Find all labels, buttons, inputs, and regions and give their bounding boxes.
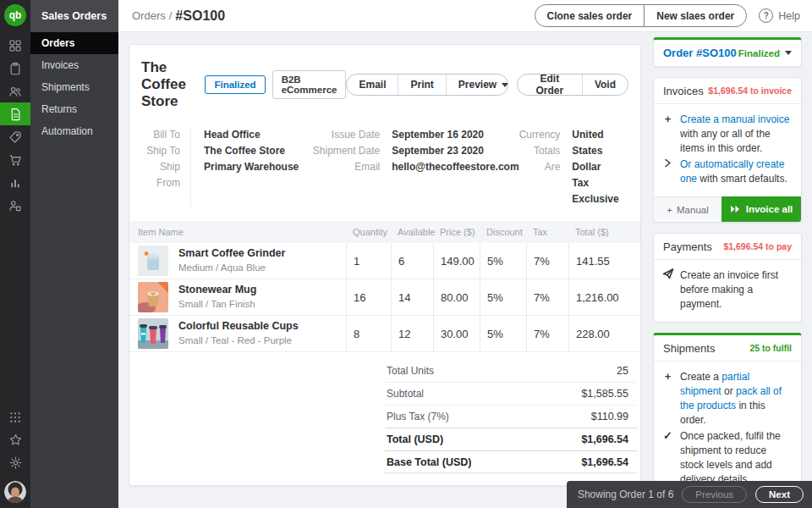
cell-tax: 7% [526,279,568,315]
table-row: Smart Coffee GrinderMedium / Aqua Blue16… [129,243,640,279]
meta-value-shipment-date: September 23 2020 [392,143,518,159]
chevron-right-icon [662,157,673,186]
quickbooks-logo[interactable]: qb [4,4,26,26]
sales-document-icon[interactable] [0,102,30,125]
plus-icon: + [662,370,673,428]
panel-hint-item: Or automatically create one with smart d… [662,157,792,186]
cart-icon[interactable] [0,148,30,171]
cell-discount: 5% [480,316,526,351]
invoice-manual-button[interactable]: +Manual [654,196,721,222]
pagination-bar: Showing Order 1 of 6 Previous Next [567,481,812,508]
price-tag-icon[interactable] [0,125,30,148]
sidebar-item-automation[interactable]: Automation [30,120,118,142]
meta-value-currency: United States Dollar [572,127,628,175]
void-button[interactable]: Void [582,75,628,95]
fast-forward-icon [730,205,740,213]
meta-value-ship-to: The Coffee Store [204,143,299,159]
reports-icon[interactable] [0,171,30,194]
item-text: Smart Coffee GrinderMedium / Aqua Blue [178,247,285,274]
panel-hint-item: ✓Once packed, fulfil the shipment to red… [662,429,792,487]
right-panel: Order #SO100 Finalized Invoices $1,696.5… [651,33,812,508]
meta-label-issue-date: Issue Date [310,127,380,143]
panel-hint-item: +Create a partial shipment or pack all o… [662,370,792,428]
cell-total: 228.00 [568,316,640,351]
b2b-icon[interactable] [0,194,30,217]
cell-tax: 7% [526,243,568,279]
new-sales-order-button[interactable]: New slaes order [644,5,746,26]
panel-hint-text: Once packed, fulfil the shipment to redu… [680,429,792,487]
next-order-button[interactable]: Next [755,486,804,503]
panel-hint-text: Create an invoice first before making a … [680,268,792,312]
column-header-available: Available [391,227,433,237]
sidebar-item-returns[interactable]: Returns [30,98,118,120]
item-name: Stonewear Mug [178,284,256,296]
status-badge: Finalized [205,75,265,94]
meta-values: Head OfficeThe Coffee StorePrimary Wareh… [190,127,299,207]
invoices-title: Invoices [663,85,704,97]
meta-values: September 16 2020September 23 2020hello@… [392,127,518,207]
edit-actions-group: Edit OrderVoid [517,74,628,96]
contacts-icon[interactable] [0,80,30,102]
order-status-card: Order #SO100 Finalized [653,37,802,67]
invoices-card: Invoices $1,696.54 to invoice +Create a … [653,77,802,223]
table-row: Colorful Reusable CupsSmall / Teal - Red… [129,316,640,352]
cell-price: 80.00 [433,279,480,315]
cell-available: 12 [391,316,433,351]
status-dropdown[interactable]: Finalized [738,48,792,58]
help-label: Help [778,10,800,22]
clone-sales-order-button[interactable]: Clone sales order [535,5,645,26]
caret-down-icon [502,83,508,87]
help-button[interactable]: ? Help [759,8,800,23]
breadcrumb-current: #SO100 [175,8,225,24]
meta-value-totals-are: Tax Exclusive [572,175,628,207]
user-avatar[interactable] [4,481,26,503]
email-button[interactable]: Email [347,75,398,95]
cell-price: 149.00 [433,243,480,279]
cell-total: 1,216.00 [568,279,640,315]
apps-grid-icon[interactable] [0,406,30,428]
meta-label-currency: Currency [519,127,561,143]
star-icon[interactable] [0,428,30,451]
sidebar-item-invoices[interactable]: Invoices [30,54,118,76]
panel-hint-text: Create a manual invoice with any or all … [680,113,792,156]
invoice-all-button[interactable]: Invoice all [721,196,801,222]
check-icon: ✓ [662,429,673,487]
order-number-link[interactable]: Order #SO100 [663,47,737,59]
clipboard-icon[interactable] [0,57,30,80]
order-actions-group: Clone sales order New slaes order [535,4,748,27]
total-label: Plus Tax (7%) [387,411,449,422]
cell-available: 6 [391,243,433,279]
meta-label-email: Email [310,159,380,175]
text-segment: or [721,385,736,397]
meta-group: Issue DateShipment DateEmailSeptember 16… [310,127,518,207]
print-button[interactable]: Print [398,75,445,95]
sidebar-item-orders[interactable]: Orders [30,32,118,54]
send-icon [662,268,673,312]
breadcrumb-section[interactable]: Orders [132,9,166,22]
text-segment: with smart defaults. [697,173,787,185]
item-name: Smart Coffee Grinder [178,247,285,260]
item-variant: Small / Teal - Red - Purple [178,334,299,347]
meta-labels: Issue DateShipment DateEmail [310,127,392,207]
sidebar-item-shipments[interactable]: Shipments [30,76,118,98]
text-segment: Create an invoice first before making a … [680,269,778,310]
cell-tax: 7% [526,316,568,351]
item-text: Stonewear MugSmall / Tan Finish [178,284,256,311]
total-row-total-units: Total Units25 [385,359,637,382]
dashboard-icon[interactable] [0,34,30,57]
preview-button[interactable]: Preview [446,75,508,95]
link-create-a-manual-invoice[interactable]: Create a manual invoice [680,113,789,125]
column-header-total-: Total ($) [568,227,640,237]
cell-available: 14 [391,279,433,315]
edit-order-button[interactable]: Edit Order [518,75,582,95]
meta-group: CurrencyTotals AreUnited States DollarTa… [519,127,628,207]
pagination-status: Showing Order 1 of 6 [578,489,673,500]
meta-label-ship-to: Ship To [141,143,180,159]
items-table: Smart Coffee GrinderMedium / Aqua Blue16… [129,243,640,352]
invoices-amount: $1,696.54 to invoice [708,86,792,96]
previous-order-button[interactable]: Previous [682,486,747,503]
settings-gear-icon[interactable] [0,451,30,474]
item-text: Colorful Reusable CupsSmall / Teal - Red… [178,320,299,347]
panel-hint-text: Create a partial shipment or pack all of… [680,370,792,428]
sidebar: Sales Orders OrdersInvoicesShipmentsRetu… [30,0,118,508]
